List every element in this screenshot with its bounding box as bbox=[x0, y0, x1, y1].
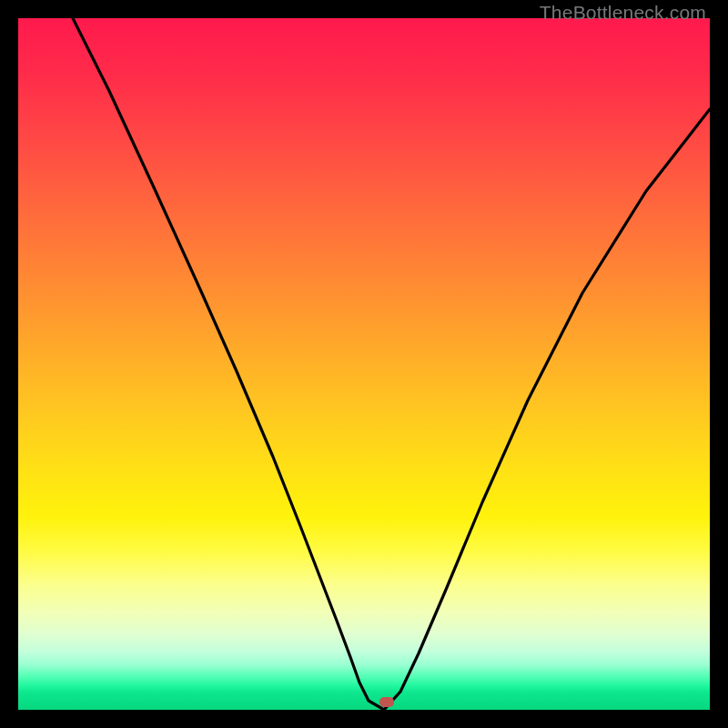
watermark-text: TheBottleneck.com bbox=[540, 2, 706, 24]
bottleneck-curve bbox=[18, 18, 710, 710]
optimal-point-marker bbox=[379, 697, 394, 707]
chart-plot-area bbox=[18, 18, 710, 710]
